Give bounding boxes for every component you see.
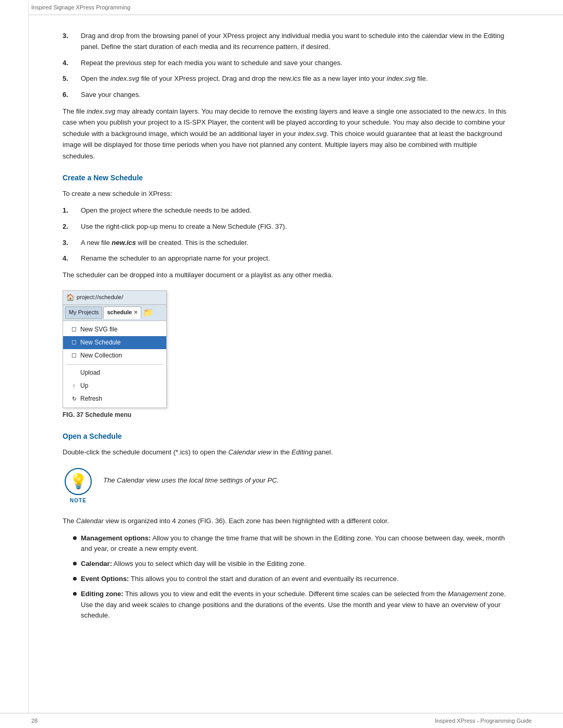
bulb-icon: 💡 (69, 474, 88, 489)
section1-step-4-text: Rename the scheduler to an appropriate n… (81, 253, 511, 264)
left-margin (0, 0, 29, 728)
section2-heading: Open a Schedule (63, 430, 511, 442)
menu-item-refresh-label: Refresh (80, 394, 102, 404)
note-text: The Calendar view uses the local time se… (103, 468, 279, 486)
menu-item-refresh[interactable]: ↻ Refresh (63, 392, 166, 405)
section1-step-1-num: 1. (63, 205, 78, 216)
page-container: Inspired Signage XPress Programming 3. D… (0, 0, 563, 728)
section1-step-4-num: 4. (63, 253, 78, 264)
bullet-item-2: Calendar: Allows you to select which day… (73, 559, 511, 570)
bullet-dot-1 (73, 536, 77, 540)
bullet-item-1: Management options: Allow you to change … (73, 533, 511, 555)
schedule-menu-mockup: 🏠 project://schedule/ My Projects schedu… (63, 290, 167, 409)
bullet-text-3: Event Options: This allows you to contro… (81, 574, 511, 585)
tab-my-projects[interactable]: My Projects (65, 306, 102, 319)
bullet-dot-4 (73, 592, 77, 596)
section1-step-3: 3. A new file new.ics will be created. T… (63, 238, 511, 249)
up-icon: ↑ (70, 381, 78, 391)
menu-item-up[interactable]: ↑ Up (63, 379, 166, 392)
step-4: 4. Repeat the previous step for each med… (63, 58, 511, 69)
menu-item-new-collection[interactable]: ☐ New Collection (63, 349, 166, 362)
section1-step-2: 2. Use the right-click pop-up menu to cr… (63, 221, 511, 232)
footer-guide-title: Inspired XPress - Programming Guide (435, 718, 532, 724)
bullet-text-1: Management options: Allow you to change … (81, 533, 511, 555)
menu-item-upload-label: Upload (80, 368, 100, 378)
fig-37-container: 🏠 project://schedule/ My Projects schedu… (63, 290, 511, 421)
menu-titlebar-text: project://schedule/ (77, 293, 123, 302)
bullet-item-3: Event Options: This allows you to contro… (73, 574, 511, 585)
menu-titlebar: 🏠 project://schedule/ (63, 291, 166, 305)
note-icon-container: 💡 NOTE (63, 468, 94, 505)
step-3: 3. Drag and drop from the browsing panel… (63, 31, 511, 53)
fig-37-label: FIG. 37 (63, 411, 83, 418)
step-5-num: 5. (63, 73, 78, 84)
section2-intro: Double-click the schedule document (*.ic… (63, 447, 511, 458)
step-4-text: Repeat the previous step for each media … (81, 58, 511, 69)
bullet-text-2: Calendar: Allows you to select which day… (81, 559, 511, 570)
page-header: Inspired Signage XPress Programming (0, 0, 563, 15)
page-footer: 28 Inspired XPress - Programming Guide (0, 713, 563, 728)
section1-step-2-text: Use the right-click pop-up menu to creat… (81, 221, 511, 232)
note-box: 💡 NOTE The Calendar view uses the local … (63, 468, 511, 505)
note-label: NOTE (70, 497, 87, 505)
step-3-text: Drag and drop from the browsing panel of… (81, 31, 511, 53)
section1-after-steps: The scheduler can be dropped into a mult… (63, 269, 511, 280)
menu-item-new-schedule-label: New Schedule (80, 338, 120, 348)
fig-37-caption: FIG. 37 Schedule menu (63, 410, 131, 420)
bullet-dot-3 (73, 577, 77, 581)
main-content: 3. Drag and drop from the browsing panel… (0, 15, 563, 657)
menu-tabs: My Projects schedule ✕ 📁 (63, 305, 166, 321)
new-collection-icon: ☐ (70, 351, 78, 361)
section1-step-3-text: A new file new.ics will be created. This… (81, 238, 511, 249)
menu-item-upload[interactable]: Upload (63, 366, 166, 379)
menu-divider-1 (66, 364, 163, 365)
new-schedule-icon: ☐ (70, 338, 78, 348)
fig-37-caption-text: Schedule menu (85, 411, 131, 418)
paragraph-1-text: The file index.svg may already contain l… (63, 107, 506, 160)
footer-page-number: 28 (31, 718, 38, 724)
paragraph-2: The Calendar view is organized into 4 zo… (63, 515, 511, 526)
step-4-num: 4. (63, 58, 78, 69)
bullet-dot-2 (73, 562, 77, 565)
note-circle: 💡 (65, 468, 92, 495)
section1-step-2-num: 2. (63, 221, 78, 232)
section1-step-3-num: 3. (63, 238, 78, 249)
bullet-item-4: Editing zone: This allows you to view an… (73, 589, 511, 621)
menu-items-list: ☐ New SVG file ☐ New Schedule ☐ New Coll… (63, 321, 166, 408)
menu-item-new-schedule[interactable]: ☐ New Schedule (63, 336, 166, 349)
menu-item-new-svg-label: New SVG file (80, 325, 117, 335)
step-6-text: Save your changes. (81, 90, 511, 101)
section1-step-1: 1. Open the project where the schedule n… (63, 205, 511, 216)
step-3-num: 3. (63, 31, 78, 42)
refresh-icon: ↻ (70, 394, 78, 404)
header-text: Inspired Signage XPress Programming (31, 4, 130, 10)
tab-schedule[interactable]: schedule ✕ (103, 306, 141, 319)
step-5-text: Open the index.svg file of your XPress p… (81, 73, 511, 84)
step-6-num: 6. (63, 90, 78, 101)
new-svg-icon: ☐ (70, 325, 78, 335)
titlebar-icon: 🏠 (66, 292, 75, 303)
bullet-text-4: Editing zone: This allows you to view an… (81, 589, 511, 621)
step-5: 5. Open the index.svg file of your XPres… (63, 73, 511, 84)
tab-add-icon[interactable]: 📁 (143, 306, 154, 319)
menu-item-new-svg[interactable]: ☐ New SVG file (63, 323, 166, 336)
menu-item-up-label: Up (80, 381, 88, 391)
section1-step-1-text: Open the project where the schedule need… (81, 205, 511, 216)
bullet-list: Management options: Allow you to change … (73, 533, 511, 622)
paragraph-1: The file index.svg may already contain l… (63, 106, 511, 162)
step-6: 6. Save your changes. (63, 90, 511, 101)
tab-close-icon[interactable]: ✕ (133, 310, 138, 315)
menu-item-new-collection-label: New Collection (80, 351, 122, 361)
section1-intro: To create a new schedule in XPress: (63, 188, 511, 199)
section1-step-4: 4. Rename the scheduler to an appropriat… (63, 253, 511, 264)
section1-heading: Create a New Schedule (63, 172, 511, 183)
